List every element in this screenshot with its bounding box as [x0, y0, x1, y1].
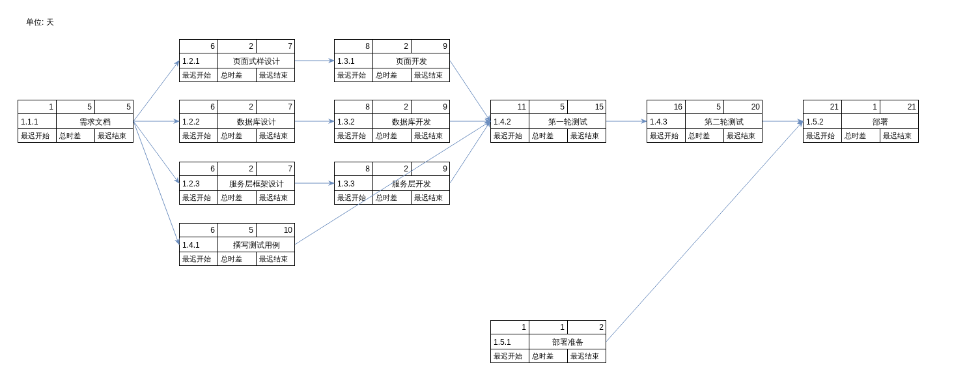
early-finish: 5: [95, 100, 133, 113]
node-name: 部署准备: [529, 334, 606, 349]
duration: 5: [686, 100, 724, 113]
node-1-4-3: 165201.4.3第二轮测试最迟开始总时差最迟结束: [647, 100, 763, 143]
node-name: 页面式样设计: [218, 53, 294, 68]
total-float: 总时差: [529, 349, 568, 362]
late-finish: 最迟结束: [412, 191, 450, 204]
duration: 2: [373, 162, 412, 175]
duration: 1: [529, 321, 568, 334]
early-start: 8: [335, 40, 373, 53]
late-start: 最迟开始: [491, 129, 529, 142]
node-name: 服务层开发: [373, 176, 449, 190]
early-start: 11: [491, 100, 529, 113]
late-finish: 最迟结束: [95, 129, 133, 142]
late-finish: 最迟结束: [257, 252, 295, 265]
duration: 2: [218, 100, 257, 113]
node-1-2-3: 6271.2.3服务层框架设计最迟开始总时差最迟结束: [179, 162, 295, 205]
late-finish: 最迟结束: [880, 129, 919, 142]
late-start: 最迟开始: [335, 191, 373, 204]
node-id: 1.2.1: [180, 53, 218, 68]
late-finish: 最迟结束: [724, 129, 763, 142]
late-finish: 最迟结束: [568, 129, 606, 142]
total-float: 总时差: [218, 191, 257, 204]
unit-label: 单位: 天: [26, 17, 54, 28]
total-float: 总时差: [57, 129, 95, 142]
duration: 5: [218, 224, 257, 237]
arrow: [133, 121, 179, 183]
node-1-2-2: 6271.2.2数据库设计最迟开始总时差最迟结束: [179, 100, 295, 143]
early-finish: 21: [880, 100, 919, 113]
node-name: 服务层框架设计: [218, 176, 294, 190]
node-1-5-2: 211211.5.2部署最迟开始总时差最迟结束: [803, 100, 919, 143]
node-id: 1.2.3: [180, 176, 218, 190]
early-finish: 9: [412, 162, 450, 175]
duration: 2: [373, 40, 412, 53]
duration: 1: [842, 100, 880, 113]
node-1-3-3: 8291.3.3服务层开发最迟开始总时差最迟结束: [334, 162, 450, 205]
arrow: [450, 61, 490, 121]
early-start: 1: [491, 321, 529, 334]
node-1-4-2: 115151.4.2第一轮测试最迟开始总时差最迟结束: [490, 100, 606, 143]
node-id: 1.1.1: [18, 114, 57, 128]
node-name: 页面开发: [373, 53, 449, 68]
total-float: 总时差: [686, 129, 724, 142]
total-float: 总时差: [373, 129, 412, 142]
early-finish: 2: [568, 321, 606, 334]
early-start: 8: [335, 100, 373, 113]
late-start: 最迟开始: [335, 68, 373, 81]
node-name: 需求文档: [57, 114, 133, 128]
early-finish: 7: [257, 100, 295, 113]
node-1-5-1: 1121.5.1部署准备最迟开始总时差最迟结束: [490, 320, 606, 363]
arrow: [606, 121, 803, 342]
total-float: 总时差: [218, 129, 257, 142]
node-name: 第一轮测试: [529, 114, 606, 128]
total-float: 总时差: [373, 191, 412, 204]
late-start: 最迟开始: [491, 349, 529, 362]
early-start: 1: [18, 100, 57, 113]
arrow: [450, 121, 490, 183]
late-start: 最迟开始: [335, 129, 373, 142]
early-finish: 7: [257, 40, 295, 53]
late-finish: 最迟结束: [412, 129, 450, 142]
early-finish: 7: [257, 162, 295, 175]
late-start: 最迟开始: [180, 191, 218, 204]
duration: 2: [218, 40, 257, 53]
duration: 2: [218, 162, 257, 175]
total-float: 总时差: [373, 68, 412, 81]
early-start: 16: [647, 100, 686, 113]
node-id: 1.2.2: [180, 114, 218, 128]
late-start: 最迟开始: [804, 129, 842, 142]
late-finish: 最迟结束: [568, 349, 606, 362]
arrow: [133, 61, 179, 121]
late-finish: 最迟结束: [412, 68, 450, 81]
early-start: 21: [804, 100, 842, 113]
node-id: 1.5.2: [804, 114, 842, 128]
node-1-4-1: 65101.4.1撰写测试用例最迟开始总时差最迟结束: [179, 223, 295, 266]
late-start: 最迟开始: [180, 252, 218, 265]
node-name: 部署: [842, 114, 918, 128]
early-finish: 15: [568, 100, 606, 113]
total-float: 总时差: [218, 68, 257, 81]
node-1-3-2: 8291.3.2数据库开发最迟开始总时差最迟结束: [334, 100, 450, 143]
late-finish: 最迟结束: [257, 68, 295, 81]
total-float: 总时差: [529, 129, 568, 142]
early-start: 6: [180, 162, 218, 175]
node-1-3-1: 8291.3.1页面开发最迟开始总时差最迟结束: [334, 39, 450, 82]
early-finish: 9: [412, 40, 450, 53]
late-start: 最迟开始: [180, 68, 218, 81]
node-name: 第二轮测试: [686, 114, 762, 128]
early-finish: 10: [257, 224, 295, 237]
duration: 5: [529, 100, 568, 113]
early-start: 8: [335, 162, 373, 175]
late-start: 最迟开始: [180, 129, 218, 142]
node-name: 数据库开发: [373, 114, 449, 128]
node-id: 1.5.1: [491, 334, 529, 349]
duration: 5: [57, 100, 95, 113]
late-start: 最迟开始: [18, 129, 57, 142]
early-finish: 20: [724, 100, 763, 113]
duration: 2: [373, 100, 412, 113]
node-id: 1.3.2: [335, 114, 373, 128]
early-finish: 9: [412, 100, 450, 113]
node-id: 1.4.3: [647, 114, 686, 128]
node-1-2-1: 6271.2.1页面式样设计最迟开始总时差最迟结束: [179, 39, 295, 82]
late-finish: 最迟结束: [257, 191, 295, 204]
